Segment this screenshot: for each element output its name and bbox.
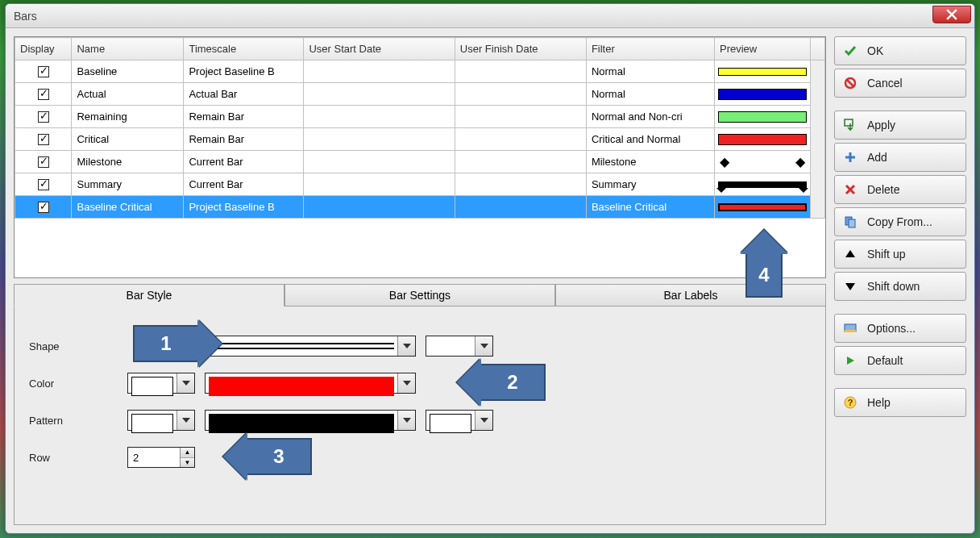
timescale-cell[interactable]: Current Bar	[184, 173, 304, 196]
filter-cell[interactable]: Milestone	[586, 151, 714, 173]
col-user-start[interactable]: User Start Date	[304, 38, 455, 60]
color-start-combo[interactable]	[127, 373, 195, 394]
user-finish-cell[interactable]	[455, 196, 586, 219]
name-cell[interactable]: Summary	[72, 173, 184, 196]
user-finish-cell[interactable]	[455, 173, 586, 196]
svg-rect-6	[845, 330, 856, 332]
chevron-down-icon	[397, 411, 415, 430]
spinner-down-icon[interactable]: ▼	[181, 458, 194, 468]
delete-button[interactable]: Delete	[834, 175, 966, 204]
user-start-cell[interactable]	[304, 106, 455, 128]
col-name[interactable]: Name	[72, 38, 184, 60]
checkbox-icon[interactable]	[38, 179, 49, 190]
user-start-cell[interactable]	[304, 196, 455, 219]
pattern-start-combo[interactable]	[127, 410, 195, 431]
timescale-cell[interactable]: Current Bar	[184, 151, 304, 173]
timescale-cell[interactable]: Remain Bar	[184, 128, 304, 151]
checkbox-icon[interactable]	[38, 134, 49, 145]
tab-bar-settings[interactable]: Bar Settings	[284, 284, 555, 307]
timescale-cell[interactable]: Project Baseline B	[184, 196, 304, 219]
apply-icon	[843, 119, 858, 131]
triangle-down-icon	[843, 281, 858, 292]
row-spinner[interactable]: 2 ▲ ▼	[127, 447, 195, 468]
user-start-cell[interactable]	[304, 83, 455, 106]
name-cell[interactable]: Milestone	[72, 151, 184, 173]
table-row[interactable]: Baseline CriticalProject Baseline BBasel…	[15, 196, 825, 219]
user-finish-cell[interactable]	[455, 128, 586, 151]
name-cell[interactable]: Critical	[72, 128, 184, 151]
col-preview[interactable]: Preview	[714, 38, 810, 60]
add-button[interactable]: Add	[834, 143, 966, 172]
table-row[interactable]: BaselineProject Baseline BNormal	[15, 60, 825, 83]
shift-up-button[interactable]: Shift up	[834, 240, 966, 269]
bars-grid[interactable]: Display Name Timescale User Start Date U…	[14, 36, 826, 278]
tab-bar-style[interactable]: Bar Style	[14, 284, 284, 307]
tab-bar-labels[interactable]: Bar Labels	[555, 284, 826, 307]
filter-cell[interactable]: Normal	[586, 83, 714, 106]
table-row[interactable]: SummaryCurrent BarSummary	[15, 173, 825, 196]
pattern-end-combo[interactable]	[426, 410, 493, 431]
name-cell[interactable]: Baseline	[72, 60, 184, 83]
col-timescale[interactable]: Timescale	[184, 38, 304, 60]
user-start-cell[interactable]	[304, 173, 455, 196]
filter-cell[interactable]: Summary	[586, 173, 714, 196]
col-display[interactable]: Display	[15, 38, 72, 60]
user-finish-cell[interactable]	[455, 83, 586, 106]
checkbox-icon[interactable]	[38, 156, 49, 168]
user-start-cell[interactable]	[304, 60, 455, 83]
ok-button[interactable]: OK	[834, 36, 966, 65]
display-cell[interactable]	[15, 60, 72, 83]
preview-cell	[714, 83, 810, 106]
filter-cell[interactable]: Baseline Critical	[586, 196, 714, 219]
shape-end-combo[interactable]	[426, 336, 493, 357]
table-row[interactable]: MilestoneCurrent BarMilestone◆◆	[15, 151, 825, 173]
row-value: 2	[133, 452, 139, 464]
options-button[interactable]: Options...	[834, 314, 966, 343]
close-button[interactable]	[932, 6, 971, 23]
timescale-cell[interactable]: Remain Bar	[184, 106, 304, 128]
display-cell[interactable]	[15, 173, 72, 196]
name-cell[interactable]: Remaining	[72, 106, 184, 128]
pattern-combo[interactable]	[205, 410, 416, 431]
display-cell[interactable]	[15, 83, 72, 106]
table-row[interactable]: RemainingRemain BarNormal and Non-cri	[15, 106, 825, 128]
col-filter[interactable]: Filter	[586, 38, 714, 60]
scrollbar[interactable]	[810, 60, 824, 219]
row-label: Row	[29, 452, 118, 464]
user-finish-cell[interactable]	[455, 106, 586, 128]
help-button[interactable]: ? Help	[834, 388, 966, 417]
checkbox-icon[interactable]	[38, 89, 49, 100]
checkbox-icon[interactable]	[38, 202, 49, 213]
default-button[interactable]: Default	[834, 346, 966, 375]
timescale-cell[interactable]: Project Baseline B	[184, 60, 304, 83]
user-start-cell[interactable]	[304, 151, 455, 173]
table-row[interactable]: CriticalRemain BarCritical and Normal	[15, 128, 825, 151]
svg-rect-2	[845, 119, 853, 126]
shape-combo[interactable]	[205, 336, 416, 357]
checkbox-icon[interactable]	[38, 66, 49, 77]
filter-cell[interactable]: Normal	[586, 60, 714, 83]
shift-down-button[interactable]: Shift down	[834, 272, 966, 301]
filter-cell[interactable]: Critical and Normal	[586, 128, 714, 151]
checkbox-icon[interactable]	[38, 111, 49, 123]
copy-from-button[interactable]: Copy From...	[834, 207, 966, 236]
user-start-cell[interactable]	[304, 128, 455, 151]
display-cell[interactable]	[15, 106, 72, 128]
triangle-up-icon	[843, 248, 858, 260]
col-user-finish[interactable]: User Finish Date	[455, 38, 586, 60]
filter-cell[interactable]: Normal and Non-cri	[586, 106, 714, 128]
user-finish-cell[interactable]	[455, 60, 586, 83]
timescale-cell[interactable]: Actual Bar	[184, 83, 304, 106]
table-row[interactable]: ActualActual BarNormal	[15, 83, 825, 106]
help-icon: ?	[843, 396, 858, 409]
display-cell[interactable]	[15, 128, 72, 151]
color-combo[interactable]	[205, 373, 416, 394]
display-cell[interactable]	[15, 196, 72, 219]
name-cell[interactable]: Actual	[72, 83, 184, 106]
display-cell[interactable]	[15, 151, 72, 173]
name-cell[interactable]: Baseline Critical	[72, 196, 184, 219]
spinner-up-icon[interactable]: ▲	[181, 448, 194, 458]
apply-button[interactable]: Apply	[834, 111, 966, 140]
cancel-button[interactable]: Cancel	[834, 69, 966, 98]
user-finish-cell[interactable]	[455, 151, 586, 173]
